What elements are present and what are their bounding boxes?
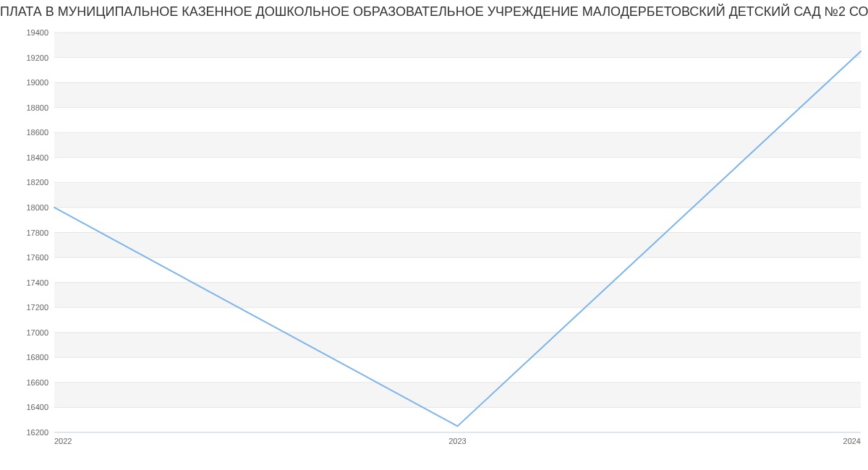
chart-svg: 1620016400166001680017000172001740017600… bbox=[0, 0, 868, 470]
grid-band bbox=[54, 333, 861, 358]
y-tick-label: 16600 bbox=[26, 378, 48, 387]
grid-band bbox=[54, 283, 861, 308]
grid-band bbox=[54, 82, 861, 108]
grid-band bbox=[54, 383, 861, 408]
x-tick-label: 2024 bbox=[843, 437, 861, 445]
y-tick-label: 17800 bbox=[26, 228, 48, 237]
y-tick-label: 17200 bbox=[26, 303, 48, 312]
y-tick-label: 17400 bbox=[26, 278, 48, 287]
x-tick-label: 2023 bbox=[448, 437, 466, 445]
y-tick-label: 16200 bbox=[26, 428, 48, 437]
y-tick-label: 18200 bbox=[26, 178, 48, 187]
x-tick-label: 2022 bbox=[54, 437, 72, 445]
y-tick-label: 19000 bbox=[26, 78, 48, 87]
y-tick-label: 19400 bbox=[26, 28, 48, 37]
y-tick-label: 18600 bbox=[26, 128, 48, 137]
grid-band bbox=[54, 182, 861, 208]
y-tick-label: 18000 bbox=[26, 203, 48, 212]
chart-container: ПЛАТА В МУНИЦИПАЛЬНОЕ КАЗЕННОЕ ДОШКОЛЬНО… bbox=[0, 0, 868, 470]
grid-band bbox=[54, 33, 861, 58]
grid-band bbox=[54, 132, 861, 158]
y-tick-label: 16400 bbox=[26, 403, 48, 411]
grid-band bbox=[54, 233, 861, 258]
y-tick-label: 17000 bbox=[26, 328, 48, 337]
y-tick-label: 19200 bbox=[26, 54, 48, 62]
y-tick-label: 18400 bbox=[26, 153, 48, 162]
y-tick-label: 16800 bbox=[26, 353, 48, 362]
y-tick-label: 18800 bbox=[26, 103, 48, 112]
y-tick-label: 17600 bbox=[26, 253, 48, 262]
